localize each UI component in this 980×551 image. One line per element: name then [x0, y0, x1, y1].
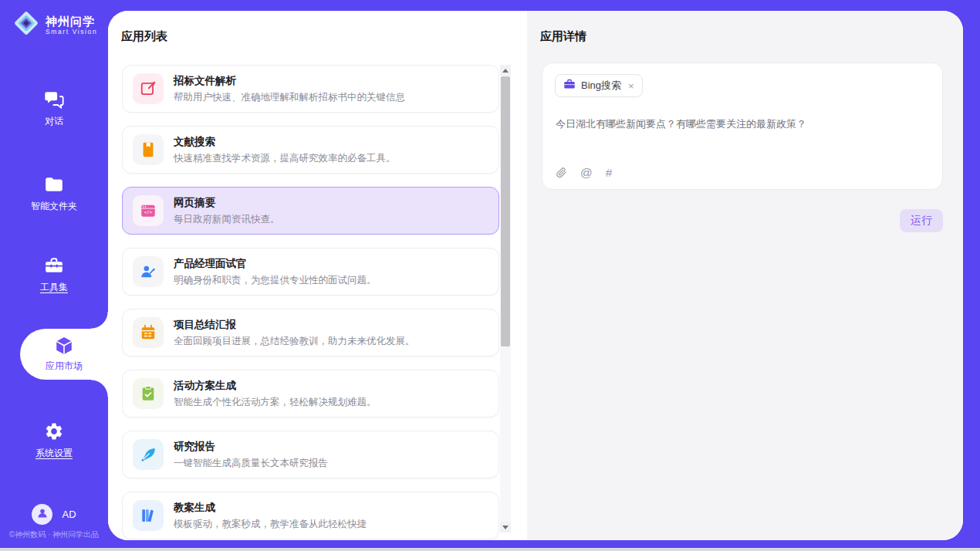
sidebar-item-chat[interactable]: 对话	[0, 90, 108, 128]
app-card-title: 网页摘要	[174, 196, 280, 210]
sidebar-item-label: 对话	[45, 115, 63, 128]
app-card-title: 招标文件解析	[174, 74, 405, 88]
sidebar-nav: 对话 智能文件夹 工具集 应用市场 系统设置	[0, 0, 108, 548]
app-card-list: 招标文件解析 帮助用户快速、准确地理解和解析招标书中的关键信息 文献搜索 快速精…	[122, 65, 499, 540]
app-list-title: 应用列表	[121, 29, 167, 44]
pen-square-icon	[133, 73, 164, 104]
copyright-text: ©神州数码 · 神州问学出品	[0, 529, 108, 540]
avatar	[32, 504, 52, 525]
sidebar-item-settings[interactable]: 系统设置	[0, 421, 108, 460]
app-card-event-plan[interactable]: 活动方案生成 智能生成个性化活动方案，轻松解决规划难题。	[122, 370, 499, 417]
main-content: 应用列表 招标文件解析 帮助用户快速、准确地理解和解析招标书中的关键信息 文献搜…	[108, 11, 963, 540]
app-card-desc: 智能生成个性化活动方案，轻松解决规划难题。	[174, 396, 377, 409]
scroll-up-button[interactable]	[500, 65, 511, 76]
clipboard-check-icon	[133, 378, 164, 409]
scroll-down-button[interactable]	[500, 522, 511, 532]
app-card-project-summary[interactable]: 项目总结汇报 全面回顾项目进展，总结经验教训，助力未来优化发展。	[122, 309, 499, 357]
svg-text:</>: </>	[144, 209, 153, 215]
app-card-desc: 一键智能生成高质量长文本研究报告	[174, 457, 328, 470]
calendar-icon	[133, 317, 164, 348]
sidebar-item-toolset[interactable]: 工具集	[0, 255, 108, 294]
app-card-desc: 明确身份和职责，为您提供专业性的面试问题。	[174, 274, 377, 287]
app-list-panel: 应用列表 招标文件解析 帮助用户快速、准确地理解和解析招标书中的关键信息 文献搜…	[108, 11, 527, 540]
book-icon	[133, 134, 164, 165]
sidebar-item-label: 智能文件夹	[31, 200, 77, 213]
app-card-desc: 帮助用户快速、准确地理解和解析招标书中的关键信息	[174, 91, 405, 104]
toolbox-icon	[44, 255, 64, 276]
app-card-desc: 快速精准查找学术资源，提高研究效率的必备工具。	[174, 152, 396, 165]
interviewer-icon	[133, 256, 164, 287]
app-card-pm-interviewer[interactable]: 产品经理面试官 明确身份和职责，为您提供专业性的面试问题。	[122, 248, 499, 296]
app-detail-title: 应用详情	[540, 29, 586, 44]
sidebar-item-smart-folder[interactable]: 智能文件夹	[0, 174, 108, 213]
app-card-title: 研究报告	[174, 440, 328, 454]
prompt-card: Bing搜索 × 今日湖北有哪些新闻要点？有哪些需要关注的最新政策？ @ #	[542, 63, 943, 190]
sidebar-item-label: 系统设置	[35, 447, 73, 460]
folder-icon	[44, 174, 64, 194]
scrollbar	[500, 65, 511, 532]
sidebar-item-app-market[interactable]: 应用市场	[20, 329, 108, 380]
triangle-up-icon	[502, 69, 509, 73]
app-card-title: 文献搜索	[174, 135, 396, 149]
gear-icon	[44, 421, 64, 441]
tab-curve-top	[91, 312, 108, 329]
user-account[interactable]: AD	[0, 504, 108, 525]
window-edge	[0, 548, 980, 551]
quill-icon	[133, 439, 164, 470]
app-card-bid-parse[interactable]: 招标文件解析 帮助用户快速、准确地理解和解析招标书中的关键信息	[122, 65, 499, 113]
tool-tag-label: Bing搜索	[581, 79, 621, 93]
app-window: 神州问学 Smart Vision 对话 智能文件夹 工具集 应用市场 系统设置…	[0, 0, 980, 551]
app-card-title: 产品经理面试官	[174, 257, 377, 271]
user-name: AD	[62, 509, 76, 520]
app-card-research-report[interactable]: 研究报告 一键智能生成高质量长文本研究报告	[122, 431, 499, 478]
app-card-desc: 每日政府新闻资讯快查。	[174, 213, 280, 226]
paperclip-icon[interactable]	[556, 166, 567, 179]
sidebar-item-label: 应用市场	[46, 360, 83, 373]
at-icon[interactable]: @	[580, 167, 593, 179]
chat-icon	[44, 90, 64, 110]
app-card-web-digest[interactable]: </> 网页摘要 每日政府新闻资讯快查。	[122, 187, 499, 235]
sidebar: 神州问学 Smart Vision 对话 智能文件夹 工具集 应用市场 系统设置…	[0, 0, 108, 548]
app-card-title: 项目总结汇报	[174, 318, 415, 332]
browser-code-icon: </>	[133, 195, 164, 226]
books-icon	[133, 500, 164, 531]
app-detail-panel: 应用详情 Bing搜索 × 今日湖北有哪些新闻要点？有哪些需要关注的最新政策？ …	[527, 11, 963, 540]
tag-close-icon[interactable]: ×	[628, 80, 634, 92]
app-card-title: 活动方案生成	[174, 379, 377, 393]
hash-icon[interactable]: #	[606, 167, 613, 179]
scrollbar-thumb[interactable]	[501, 76, 510, 346]
cube-icon	[54, 336, 74, 356]
prompt-input[interactable]: 今日湖北有哪些新闻要点？有哪些需要关注的最新政策？	[556, 117, 927, 131]
person-icon	[36, 507, 49, 522]
run-button[interactable]: 运行	[900, 209, 943, 232]
sidebar-item-label: 工具集	[40, 281, 68, 294]
app-card-title: 教案生成	[174, 501, 367, 515]
app-card-literature-search[interactable]: 文献搜索 快速精准查找学术资源，提高研究效率的必备工具。	[122, 126, 499, 174]
tab-curve-bottom	[91, 380, 108, 397]
triangle-down-icon	[502, 526, 509, 529]
prompt-toolbar: @ #	[556, 166, 612, 179]
app-card-lesson-plan[interactable]: 教案生成 模板驱动，教案秒成，教学准备从此轻松快捷	[122, 492, 499, 539]
app-card-desc: 全面回顾项目进展，总结经验教训，助力未来优化发展。	[174, 335, 415, 348]
tool-tag-bing-search[interactable]: Bing搜索 ×	[555, 74, 643, 97]
app-card-desc: 模板驱动，教案秒成，教学准备从此轻松快捷	[174, 518, 367, 531]
briefcase-icon	[563, 78, 576, 93]
